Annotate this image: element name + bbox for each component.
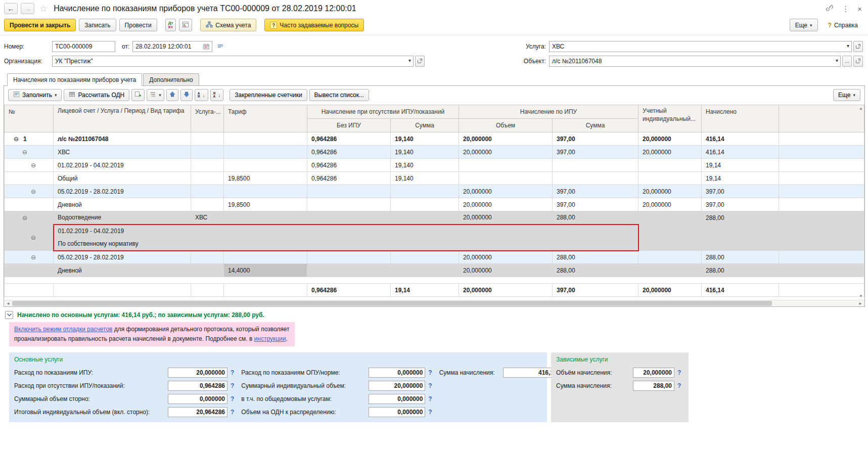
grid-cell-no_ipu[interactable] — [307, 185, 391, 198]
organization-input[interactable]: УК "Престиж" ▾ — [52, 56, 414, 67]
grid-cell-ipu_sum[interactable] — [553, 172, 638, 185]
row-expander-icon[interactable]: ⊖ — [22, 149, 27, 156]
col-header-volume[interactable]: Объем — [459, 119, 553, 132]
row-tree-cell[interactable]: ⊖ — [5, 146, 54, 159]
grid-cell-volume[interactable]: 20,000000 — [459, 132, 553, 146]
object-input[interactable]: л/с №2011067048 ▾ — [549, 56, 841, 67]
grid-cell-no_ipu_sum[interactable]: 19,140 — [391, 172, 459, 185]
sort-asc-button[interactable]: АЯ↓ — [195, 89, 208, 101]
grid-cell-ipu_sum[interactable] — [553, 159, 638, 172]
col-header-tariff[interactable]: Тариф — [224, 105, 307, 132]
grid-cell-accrued[interactable]: 19,14 — [702, 172, 779, 185]
grid-cell-service[interactable] — [191, 224, 224, 251]
grid-cell-tariff[interactable] — [224, 185, 307, 198]
grid-row[interactable]: Дневной14,400020,000000288,00288,00 — [5, 264, 864, 277]
field-value-input[interactable]: 0,000000 — [369, 368, 425, 378]
row-tree-cell[interactable]: ⊖ — [5, 159, 54, 172]
grid-row[interactable]: ⊖01.02.2019 - 04.02.20190,96428619,14019… — [5, 159, 864, 172]
field-value-input[interactable]: 20,000000 — [633, 368, 674, 378]
field-value-input[interactable]: 20,000000 — [369, 381, 425, 391]
help-question-link[interactable]: ? — [428, 409, 432, 416]
grid-cell-volume[interactable] — [459, 159, 553, 172]
grid-row[interactable]: ⊖ВодоотведениеХВС20,000000288,00288,00 — [5, 211, 864, 224]
row-expander-icon[interactable]: ⊖ — [31, 234, 36, 241]
grid-cell-accrued[interactable]: 416,14 — [702, 132, 779, 146]
grid-cell-no_ipu[interactable] — [307, 264, 391, 277]
grid-cell-no_ipu[interactable]: 0,964286 — [307, 132, 391, 146]
close-icon[interactable]: × — [857, 5, 862, 13]
grid-cell-acct[interactable] — [638, 264, 702, 277]
pinned-counters-button[interactable]: Закрепленные счетчики — [230, 89, 307, 101]
grid-cell-service[interactable]: ХВС — [191, 211, 224, 224]
grid-cell-volume[interactable] — [459, 172, 553, 185]
grid-cell-accrued[interactable]: 288,00 — [702, 211, 779, 224]
horizontal-scrollbar[interactable]: ◄ ► — [4, 300, 864, 306]
grid-cell-ipu_sum[interactable]: 397,00 — [553, 185, 638, 198]
grid-row[interactable]: Общий19,85000,96428619,14019,14 — [5, 172, 864, 185]
field-value-input[interactable]: 0,964286 — [168, 381, 227, 391]
col-header-sum2[interactable]: Сумма — [553, 119, 638, 132]
grid-cell-ipu_sum[interactable]: 288,00 — [553, 264, 638, 277]
grouping-button[interactable]: ▾ — [147, 89, 164, 101]
grid-cell-no_ipu[interactable] — [307, 198, 391, 211]
scroll-left-arrow[interactable]: ◄ — [4, 301, 12, 306]
field-value-input[interactable]: 0,000000 — [168, 394, 227, 404]
col-header-account[interactable]: Лицевой счет / Услуга / Период / Вид тар… — [54, 105, 191, 132]
grid-cell-acct[interactable] — [638, 224, 702, 251]
grid-cell-tariff[interactable]: 19,8500 — [224, 172, 307, 185]
row-label-cell[interactable]: Дневной — [54, 198, 191, 211]
row-label-cell[interactable]: л/с №2011067048 — [54, 132, 191, 146]
help-button[interactable]: ? Справка — [823, 19, 863, 31]
field-value-input[interactable]: 0,000000 — [369, 394, 425, 404]
date-input[interactable]: 28.02.2019 12:00:01 — [132, 41, 212, 52]
grid-cell-no_ipu[interactable] — [307, 211, 391, 224]
menu-icon[interactable]: ⋮ — [842, 5, 849, 13]
col-header-accrued[interactable]: Начислено — [702, 105, 779, 132]
forward-button[interactable]: → — [21, 3, 34, 14]
help-question-link[interactable]: ? — [428, 369, 432, 376]
grid-cell-service[interactable] — [191, 264, 224, 277]
scrollbar-thumb[interactable] — [12, 301, 772, 306]
scrollbar-track[interactable] — [12, 300, 856, 307]
col-header-sum1[interactable]: Сумма — [391, 119, 459, 132]
service-input[interactable]: ХВС ▾ — [549, 41, 852, 52]
field-value-input[interactable]: 288,00 — [633, 381, 674, 391]
grid-row[interactable]: ⊖ХВС0,96428619,14020,000000397,0020,0000… — [5, 146, 864, 159]
row-label-cell[interactable]: 05.02.2019 - 28.02.2019 — [54, 251, 191, 264]
help-question-link[interactable]: ? — [231, 369, 234, 376]
row-expander-icon[interactable]: ⊖ — [31, 188, 36, 195]
tab-additional[interactable]: Дополнительно — [143, 73, 199, 86]
grid-cell-no_ipu[interactable]: 0,964286 — [307, 172, 391, 185]
favorite-star-icon[interactable]: ☆ — [39, 3, 48, 14]
show-list-button[interactable]: Вывести список... — [309, 89, 369, 101]
help-question-link[interactable]: ? — [231, 395, 234, 402]
grid-cell-accrued[interactable]: 288,00 — [702, 264, 779, 277]
grid-cell-acct[interactable]: 20,000000 — [638, 146, 702, 159]
col-header-num[interactable]: № — [5, 105, 54, 132]
grid-cell-accrued[interactable] — [702, 224, 779, 251]
grid-cell-service[interactable] — [191, 251, 224, 264]
row-tree-cell[interactable] — [5, 198, 54, 211]
grid-cell-no_ipu_sum[interactable] — [391, 198, 459, 211]
move-up-button[interactable] — [166, 89, 178, 101]
grid-row[interactable]: ⊖05.02.2019 - 28.02.201920,000000288,002… — [5, 251, 864, 264]
faq-button[interactable]: ? Часто задаваемые вопросы — [264, 19, 364, 31]
grid-cell-no_ipu_sum[interactable] — [391, 264, 459, 277]
open-organization-button[interactable] — [415, 56, 425, 67]
field-value-input[interactable]: 20,000000 — [168, 368, 227, 378]
grid-row[interactable]: ⊖01.02.2019 - 04.02.2019По собственному … — [5, 224, 864, 251]
grid-cell-acct[interactable]: 20,000000 — [638, 132, 702, 146]
grid-row[interactable]: ⊖1л/с №20110670480,96428619,14020,000000… — [5, 132, 864, 146]
service-dropdown-icon[interactable]: ▾ — [847, 43, 849, 49]
grid-cell-no_ipu_sum[interactable] — [391, 211, 459, 224]
grid-cell-volume[interactable]: 20,000000 — [459, 185, 553, 198]
field-value-input[interactable]: 20,964286 — [168, 407, 227, 417]
col-group-ipu[interactable]: Начисление по ИПУ — [459, 105, 638, 119]
row-tree-cell[interactable] — [5, 172, 54, 185]
row-label-cell[interactable]: Водоотведение — [54, 211, 191, 224]
post-and-close-button[interactable]: Провести и закрыть — [4, 19, 76, 31]
grid-cell-no_ipu[interactable] — [307, 224, 391, 251]
row-label-cell[interactable]: 05.02.2019 - 28.02.2019 — [54, 185, 191, 198]
grid-cell-no_ipu_sum[interactable]: 19,140 — [391, 132, 459, 146]
grid-cell-volume[interactable]: 20,000000 — [459, 264, 553, 277]
